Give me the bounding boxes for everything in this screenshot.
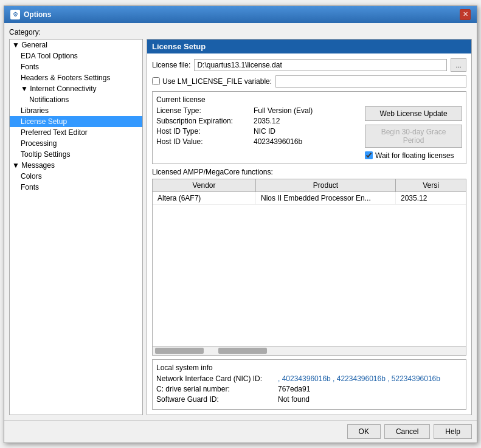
- drive-value: 767eda91: [278, 385, 310, 393]
- dialog-footer: OK Cancel Help: [4, 420, 477, 443]
- main-content: ▼ General EDA Tool Options Fonts Headers…: [9, 39, 472, 415]
- sidebar-item-license-setup[interactable]: License Setup: [10, 116, 142, 127]
- right-panel: License Setup License file: ... Use LM_L…: [147, 39, 472, 415]
- cell-vendor: Altera (6AF7): [153, 192, 256, 204]
- lm-license-checkbox[interactable]: [152, 77, 160, 85]
- sidebar-item-tooltip-settings[interactable]: Tooltip Settings: [10, 149, 142, 160]
- h-scrollbar-thumb[interactable]: [155, 348, 204, 354]
- sidebar-item-internet-connectivity[interactable]: ▼ Internet Connectivity: [10, 83, 142, 94]
- collapse-icon-general: ▼: [12, 41, 21, 49]
- category-label: Category:: [9, 28, 472, 36]
- wait-floating-checkbox[interactable]: [365, 151, 373, 159]
- lm-license-row: Use LM_LICENSE_FILE variable:: [152, 75, 466, 88]
- nic-value: , 40234396016b , 42234396016b , 52234396…: [278, 374, 440, 383]
- license-type-value: Full Version (Eval): [254, 106, 313, 115]
- sidebar-item-preferred-text-editor[interactable]: Preferred Text Editor: [10, 127, 142, 138]
- sidebar-item-notifications[interactable]: Notifications: [10, 94, 142, 105]
- help-button[interactable]: Help: [434, 424, 472, 439]
- sidebar-item-processing[interactable]: Processing: [10, 138, 142, 149]
- sidebar-item-messages[interactable]: ▼ Messages: [10, 160, 142, 171]
- subscription-label: Subscription Expiration:: [156, 117, 254, 125]
- cell-product: Nios II Embedded Processor En...: [256, 192, 396, 204]
- browse-button[interactable]: ...: [451, 58, 466, 72]
- host-id-type-value: NIC ID: [254, 127, 275, 136]
- lm-checkbox-wrapper: Use LM_LICENSE_FILE variable:: [152, 77, 272, 86]
- local-system-section: Local system info Network Interface Card…: [152, 359, 466, 410]
- panel-header: License Setup: [147, 40, 471, 53]
- subscription-value: 2035.12: [254, 117, 280, 125]
- sidebar-item-colors[interactable]: Colors: [10, 171, 142, 182]
- right-buttons: Web License Update Begin 30-day Grace Pe…: [365, 106, 462, 160]
- ok-button[interactable]: OK: [347, 424, 381, 439]
- drive-row: C: drive serial number: 767eda91: [156, 385, 462, 393]
- drive-label: C: drive serial number:: [156, 385, 278, 393]
- collapse-icon-internet: ▼: [21, 84, 30, 93]
- local-system-title: Local system info: [156, 364, 462, 372]
- dialog-body: Category: ▼ General EDA Tool Options Fon…: [4, 23, 477, 420]
- sidebar-item-headers-footers[interactable]: Headers & Footers Settings: [10, 72, 142, 83]
- sidebar: ▼ General EDA Tool Options Fonts Headers…: [9, 39, 143, 415]
- sidebar-item-general[interactable]: ▼ General: [10, 40, 142, 50]
- license-file-label: License file:: [152, 61, 190, 69]
- window-title: Options: [24, 10, 51, 19]
- title-bar: ⚙ Options ✕: [4, 6, 477, 23]
- licensed-table: Vendor Product Versi Altera (6AF7) Nios …: [152, 179, 466, 356]
- software-guard-row: Software Guard ID: Not found: [156, 395, 462, 404]
- license-type-label: License Type:: [156, 106, 254, 115]
- cancel-button[interactable]: Cancel: [384, 424, 430, 439]
- col-product: Product: [256, 179, 396, 191]
- license-file-input[interactable]: [194, 59, 447, 71]
- host-id-value-label: Host ID Value:: [156, 137, 254, 146]
- table-scrollbar[interactable]: [153, 346, 466, 355]
- nic-label: Network Interface Card (NIC) ID:: [156, 374, 278, 383]
- license-type-row: License Type: Full Version (Eval): [156, 106, 360, 115]
- sidebar-item-eda-tool-options[interactable]: EDA Tool Options: [10, 50, 142, 61]
- host-id-value-row: Host ID Value: 40234396016b: [156, 137, 360, 146]
- close-button[interactable]: ✕: [460, 9, 471, 20]
- software-guard-value: Not found: [278, 395, 310, 404]
- sidebar-item-fonts2[interactable]: Fonts: [10, 182, 142, 193]
- licensed-label: Licensed AMPP/MegaCore functions:: [152, 168, 466, 176]
- current-license-section: Current license License Type: Full Versi…: [152, 91, 466, 164]
- subscription-row: Subscription Expiration: 2035.12: [156, 117, 360, 125]
- cell-version: 2035.12: [396, 192, 466, 204]
- licensed-section: Licensed AMPP/MegaCore functions: Vendor…: [152, 168, 466, 356]
- title-bar-left: ⚙ Options: [10, 10, 51, 19]
- license-info: License Type: Full Version (Eval) Subscr…: [156, 106, 360, 160]
- host-id-type-label: Host ID Type:: [156, 127, 254, 136]
- app-icon: ⚙: [10, 10, 20, 19]
- col-vendor: Vendor: [153, 179, 256, 191]
- sidebar-item-fonts[interactable]: Fonts: [10, 61, 142, 72]
- wait-floating-label: Wait for floating licenses: [375, 151, 454, 160]
- current-license-title: Current license: [156, 95, 462, 104]
- table-row: Altera (6AF7) Nios II Embedded Processor…: [153, 192, 466, 205]
- grace-period-button[interactable]: Begin 30-day Grace Period: [365, 125, 462, 148]
- table-body: Altera (6AF7) Nios II Embedded Processor…: [153, 192, 466, 346]
- options-dialog: ⚙ Options ✕ Category: ▼ General EDA Tool…: [4, 5, 477, 443]
- lm-license-label: Use LM_LICENSE_FILE variable:: [162, 77, 272, 86]
- table-header: Vendor Product Versi: [153, 179, 466, 192]
- nic-row: Network Interface Card (NIC) ID: , 40234…: [156, 374, 462, 383]
- lm-license-input[interactable]: [275, 75, 466, 88]
- host-id-type-row: Host ID Type: NIC ID: [156, 127, 360, 136]
- col-version: Versi: [396, 179, 466, 191]
- software-guard-label: Software Guard ID:: [156, 395, 278, 404]
- license-file-row: License file: ...: [152, 58, 466, 72]
- wait-checkbox-wrapper: Wait for floating licenses: [365, 151, 462, 160]
- h-scrollbar-thumb2[interactable]: [218, 348, 267, 354]
- web-license-button[interactable]: Web License Update: [365, 106, 462, 121]
- current-license-layout: License Type: Full Version (Eval) Subscr…: [156, 106, 462, 160]
- collapse-icon-messages: ▼: [12, 161, 21, 170]
- panel-content: License file: ... Use LM_LICENSE_FILE va…: [147, 53, 471, 415]
- sidebar-item-libraries[interactable]: Libraries: [10, 105, 142, 116]
- host-id-value-value: 40234396016b: [254, 137, 302, 146]
